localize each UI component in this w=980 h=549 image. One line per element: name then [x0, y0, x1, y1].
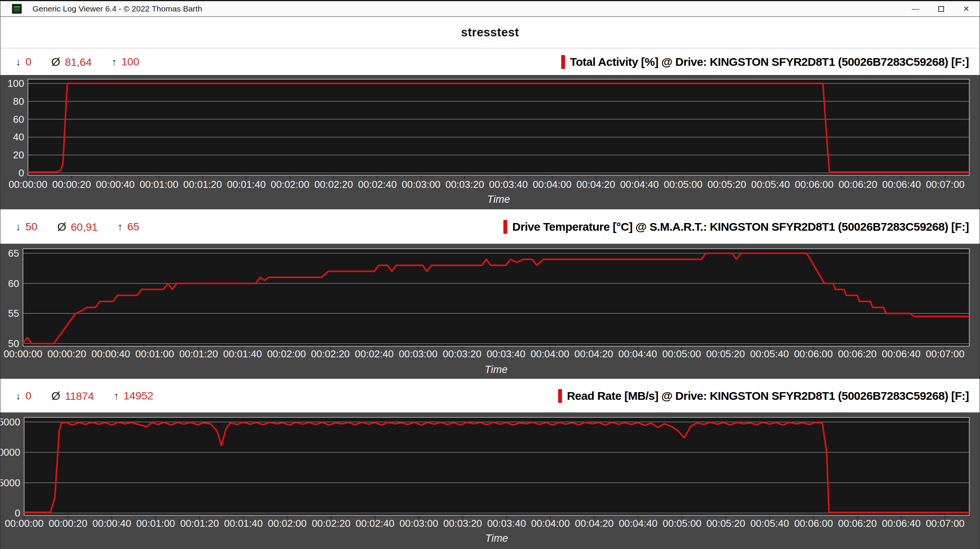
stat-min-value: 0	[26, 56, 32, 68]
x-axis-tick-label: 00:04:40	[620, 179, 659, 190]
chart-panel-total-activity[interactable]: 02040608010000:00:0000:00:2000:00:4000:0…	[0, 75, 980, 209]
stat-min: ↓ 0	[16, 390, 31, 402]
maximize-button[interactable]	[928, 1, 954, 16]
minimize-icon: —	[912, 5, 920, 13]
section-header-total-activity: ↓ 0 Ø 81,64 ↑ 100 Total Activity [%] @ D…	[0, 48, 980, 75]
y-axis-tick-label: 0	[15, 507, 20, 519]
chart-title-text: Total Activity [%] @ Drive: KINGSTON SFY…	[570, 55, 969, 68]
x-axis-tick-label: 00:02:40	[355, 348, 394, 360]
x-axis-tick-label: 00:03:20	[443, 348, 481, 360]
y-axis-tick-label: 20	[13, 149, 24, 161]
x-axis-tick-label: 00:05:40	[751, 179, 790, 190]
chart-panel-read-rate[interactable]: 05000100001500000:00:0000:00:2000:00:400…	[0, 412, 980, 549]
x-axis-tick-label: 00:01:20	[179, 348, 218, 360]
min-arrow-icon: ↓	[16, 390, 21, 402]
x-axis-tick-label: 00:02:40	[358, 179, 397, 190]
x-axis-tick-label: 00:06:00	[795, 179, 833, 190]
x-axis-tick-label: 00:02:20	[314, 179, 353, 190]
x-axis-tick-label: 00:04:40	[619, 518, 657, 529]
x-axis-tick-label: 00:01:00	[136, 518, 175, 529]
y-axis-tick-label: 100	[8, 78, 24, 89]
x-axis-tick-label: 00:00:00	[3, 348, 42, 360]
chart-canvas: 5055606500:00:0000:00:2000:00:4000:01:00…	[0, 244, 980, 379]
chart-title-total-activity: Total Activity [%] @ Drive: KINGSTON SFY…	[561, 55, 969, 69]
stats-total-activity: ↓ 0 Ø 81,64 ↑ 100	[16, 55, 139, 68]
chart-panel-drive-temperature[interactable]: 5055606500:00:0000:00:2000:00:4000:01:00…	[0, 244, 980, 379]
page-heading-bar: stresstest	[0, 17, 980, 48]
app-icon	[12, 4, 22, 14]
chart-canvas: 05000100001500000:00:0000:00:2000:00:400…	[0, 412, 980, 549]
max-arrow-icon: ↑	[118, 221, 123, 233]
stat-avg: Ø 60,91	[57, 220, 98, 233]
x-axis-tick-label: 00:06:40	[882, 348, 921, 360]
x-axis-tick-label: 00:06:20	[838, 179, 877, 190]
y-axis-tick-label: 15000	[0, 416, 20, 428]
legend-marker-icon	[558, 389, 562, 403]
x-axis-title: Time	[485, 533, 508, 544]
window-titlebar: Generic Log Viewer 6.4 - © 2022 Thomas B…	[0, 0, 980, 17]
plot-area[interactable]	[23, 249, 969, 346]
average-icon: Ø	[57, 220, 66, 233]
y-axis-tick-label: 80	[13, 96, 24, 107]
x-axis-tick-label: 00:00:20	[52, 179, 91, 190]
x-axis-tick-label: 00:05:00	[664, 179, 702, 190]
x-axis-tick-label: 00:04:20	[575, 518, 614, 529]
max-arrow-icon: ↑	[114, 390, 119, 402]
x-axis-tick-label: 00:03:00	[399, 348, 438, 360]
stat-min: ↓ 0	[16, 56, 31, 68]
y-axis-tick-label: 10000	[0, 446, 20, 458]
stat-avg-value: 60,91	[71, 221, 98, 233]
x-axis-tick-label: 00:04:00	[531, 348, 569, 360]
x-axis-tick-label: 00:00:00	[5, 518, 43, 529]
y-axis-tick-label: 0	[19, 167, 24, 179]
close-button[interactable]: ✕	[954, 1, 979, 16]
y-axis-tick-label: 50	[8, 338, 19, 349]
x-axis-tick-label: 00:04:00	[531, 518, 570, 529]
x-axis-title: Time	[487, 194, 510, 205]
section-header-drive-temperature: ↓ 50 Ø 60,91 ↑ 65 Drive Temperature [°C]…	[0, 209, 980, 244]
x-axis-tick-label: 00:03:20	[445, 179, 484, 190]
average-icon: Ø	[51, 389, 60, 402]
x-axis-tick-label: 00:00:20	[47, 348, 86, 360]
x-axis-tick-label: 00:05:20	[707, 518, 745, 529]
x-axis-tick-label: 00:01:00	[140, 179, 178, 190]
x-axis-tick-label: 00:03:40	[487, 348, 525, 360]
x-axis-tick-label: 00:00:00	[8, 179, 47, 190]
chart-title-drive-temperature: Drive Temperature [°C] @ S.M.A.R.T.: KIN…	[503, 220, 969, 234]
x-axis-tick-label: 00:02:00	[271, 179, 309, 190]
x-axis-tick-label: 00:05:20	[706, 348, 745, 360]
stats-drive-temperature: ↓ 50 Ø 60,91 ↑ 65	[16, 220, 139, 233]
x-axis-tick-label: 00:06:20	[838, 518, 877, 529]
y-axis-tick-label: 65	[8, 248, 19, 259]
stat-avg: Ø 81,64	[51, 55, 91, 68]
x-axis-tick-label: 00:02:40	[356, 518, 394, 529]
x-axis-tick-label: 00:02:20	[312, 518, 350, 529]
minimize-button[interactable]: —	[903, 1, 928, 16]
x-axis-tick-label: 00:07:00	[926, 518, 964, 529]
x-axis-tick-label: 00:03:40	[487, 518, 526, 529]
stat-max: ↑ 100	[112, 56, 139, 68]
y-axis-tick-label: 5000	[0, 477, 20, 489]
x-axis-tick-label: 00:03:20	[443, 518, 482, 529]
legend-marker-icon	[561, 55, 565, 69]
x-axis-tick-label: 00:06:20	[838, 348, 877, 360]
x-axis-tick-label: 00:01:40	[223, 348, 262, 360]
x-axis-tick-label: 00:05:20	[707, 179, 746, 190]
x-axis-tick-label: 00:07:00	[926, 348, 964, 360]
y-axis-tick-label: 55	[8, 308, 19, 319]
x-axis-tick-label: 00:01:20	[183, 179, 222, 190]
close-icon: ✕	[963, 4, 970, 13]
y-axis-tick-label: 40	[13, 131, 24, 143]
x-axis-tick-label: 00:01:20	[180, 518, 219, 529]
x-axis-tick-label: 00:05:00	[663, 518, 701, 529]
x-axis-tick-label: 00:01:40	[224, 518, 263, 529]
x-axis-tick-label: 00:05:00	[662, 348, 701, 360]
chart-title-text: Read Rate [MB/s] @ Drive: KINGSTON SFYR2…	[567, 389, 969, 402]
stat-min-value: 50	[26, 221, 38, 233]
stat-max-value: 14952	[124, 390, 154, 402]
maximize-icon	[938, 6, 944, 12]
x-axis-tick-label: 00:05:40	[750, 348, 789, 360]
section-header-read-rate: ↓ 0 Ø 11874 ↑ 14952 Read Rate [MB/s] @ D…	[0, 379, 980, 412]
stat-min: ↓ 50	[16, 221, 38, 233]
x-axis-tick-label: 00:06:40	[882, 518, 921, 529]
